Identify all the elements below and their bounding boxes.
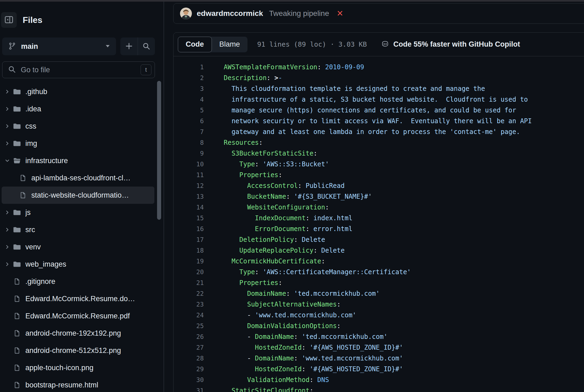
go-to-file-box: t	[2, 61, 155, 78]
line-number[interactable]: 4	[174, 94, 204, 105]
line-number[interactable]: 21	[174, 277, 204, 288]
chevron-right-icon[interactable]	[4, 226, 11, 233]
tree-item[interactable]: .github	[2, 83, 154, 100]
line-number[interactable]: 8	[174, 137, 204, 148]
code-line: 27 HostedZoneId: '#{AWS_HOSTED_ZONE_ID}#…	[174, 342, 584, 353]
commit-author[interactable]: edwardmccormick	[197, 9, 263, 18]
commit-message[interactable]: Tweaking pipeline	[269, 9, 329, 18]
code-line: 14 WebsiteConfiguration:	[174, 202, 584, 213]
tab-blame[interactable]: Blame	[212, 37, 248, 52]
tree-item[interactable]: infrastructure	[2, 152, 154, 169]
tree-item[interactable]: css	[2, 118, 154, 135]
line-number[interactable]: 6	[174, 116, 204, 126]
tree-item[interactable]: android-chrome-512x512.png	[2, 342, 154, 359]
line-number[interactable]: 10	[174, 159, 204, 170]
line-number[interactable]: 5	[174, 105, 204, 116]
folder-icon	[13, 105, 21, 113]
code-line: 15 IndexDocument: index.html	[174, 213, 584, 223]
line-number[interactable]: 29	[174, 364, 204, 374]
code-text: manage secure (https) connections and ce…	[224, 105, 516, 116]
collapse-sidebar-button[interactable]	[1, 12, 17, 28]
tree-item[interactable]: img	[2, 135, 154, 152]
go-to-file-input[interactable]	[20, 66, 136, 74]
chevron-right-icon[interactable]	[4, 105, 11, 112]
folder-icon	[13, 260, 21, 268]
sidebar-scrollbar-thumb[interactable]	[157, 81, 161, 220]
folder-icon	[13, 88, 21, 96]
code-line: 9 S3BucketForStaticSite:	[174, 148, 584, 159]
line-number[interactable]: 23	[174, 299, 204, 310]
chevron-right-icon[interactable]	[4, 209, 11, 216]
branch-name: main	[21, 42, 38, 51]
tree-item[interactable]: src	[2, 221, 154, 238]
line-number[interactable]: 13	[174, 191, 204, 202]
tree-item[interactable]: Edward.McCormick.Resume.pdf	[2, 307, 154, 325]
chevron-spacer	[4, 347, 11, 354]
line-number[interactable]: 27	[174, 342, 204, 353]
tree-item[interactable]: web_images	[2, 256, 154, 273]
file-tree-sidebar: Files main	[0, 2, 164, 392]
code-line: 23 SubjectAlternativeNames:	[174, 299, 584, 310]
line-number[interactable]: 9	[174, 148, 204, 159]
code-line: 11 Properties:	[174, 170, 584, 180]
tree-item[interactable]: android-chrome-192x192.png	[2, 325, 154, 342]
tree-item[interactable]: static-website-cloudformatio…	[2, 187, 154, 204]
tab-code[interactable]: Code	[178, 37, 212, 52]
line-number[interactable]: 17	[174, 234, 204, 245]
line-number[interactable]: 12	[174, 180, 204, 191]
line-number[interactable]: 16	[174, 223, 204, 234]
line-number[interactable]: 30	[174, 374, 204, 385]
tree-item[interactable]: .idea	[2, 100, 154, 118]
chevron-right-icon[interactable]	[4, 140, 11, 147]
chevron-down-icon[interactable]	[4, 157, 11, 164]
line-number[interactable]: 1	[174, 62, 204, 73]
code-line: 25 DomainValidationOptions:	[174, 321, 584, 331]
line-number[interactable]: 31	[174, 385, 204, 392]
chevron-right-icon[interactable]	[4, 243, 11, 250]
code-text: StaticSiteCloudfront:	[224, 385, 313, 392]
latest-commit-header: edwardmccormick Tweaking pipeline	[173, 3, 584, 24]
avatar[interactable]	[180, 8, 192, 19]
branch-selector[interactable]: main	[2, 37, 116, 55]
copilot-banner[interactable]: Code 55% faster with GitHub Copilot	[381, 40, 520, 49]
line-number[interactable]: 18	[174, 245, 204, 256]
line-number[interactable]: 22	[174, 288, 204, 299]
folder-icon	[13, 122, 21, 130]
code-line: 2Description: >-	[174, 73, 584, 83]
chevron-spacer	[4, 381, 11, 388]
tree-item[interactable]: Edward.McCormick.Resume.do…	[2, 290, 154, 307]
line-number[interactable]: 24	[174, 310, 204, 321]
chevron-right-icon[interactable]	[4, 123, 11, 130]
line-number[interactable]: 20	[174, 267, 204, 277]
code-lines: 1AWSTemplateFormatVersion: 2010-09-092De…	[174, 56, 584, 392]
tree-item-label: web_images	[25, 260, 66, 269]
line-number[interactable]: 2	[174, 73, 204, 83]
search-tree-button[interactable]	[138, 37, 155, 55]
tree-item[interactable]: venv	[2, 238, 154, 256]
line-number[interactable]: 11	[174, 170, 204, 180]
check-failed-button[interactable]	[337, 10, 344, 18]
file-icon	[13, 277, 21, 286]
tree-item[interactable]: api-lambda-ses-cloudfront-cl…	[2, 169, 154, 187]
tree-item[interactable]: js	[2, 204, 154, 221]
branch-row: main	[2, 37, 155, 55]
line-number[interactable]: 28	[174, 353, 204, 364]
line-number[interactable]: 25	[174, 321, 204, 331]
line-number[interactable]: 19	[174, 256, 204, 267]
code-blame-switcher: CodeBlame	[178, 37, 247, 52]
line-number[interactable]: 7	[174, 126, 204, 137]
tree-item[interactable]: apple-touch-icon.png	[2, 359, 154, 376]
tree-item[interactable]: bootstrap-resume.html	[2, 376, 154, 392]
tree-item[interactable]: .gitignore	[2, 273, 154, 290]
chevron-right-icon[interactable]	[4, 261, 11, 268]
new-file-button[interactable]	[120, 37, 138, 55]
code-text: Type: 'AWS::CertificateManager::Certific…	[224, 267, 411, 277]
line-number[interactable]: 14	[174, 202, 204, 213]
line-number[interactable]: 26	[174, 331, 204, 342]
line-number[interactable]: 3	[174, 83, 204, 94]
folder-icon	[13, 208, 21, 216]
code-line: 12 AccessControl: PublicRead	[174, 180, 584, 191]
chevron-right-icon[interactable]	[4, 88, 11, 95]
files-heading: Files	[23, 15, 42, 25]
line-number[interactable]: 15	[174, 213, 204, 223]
